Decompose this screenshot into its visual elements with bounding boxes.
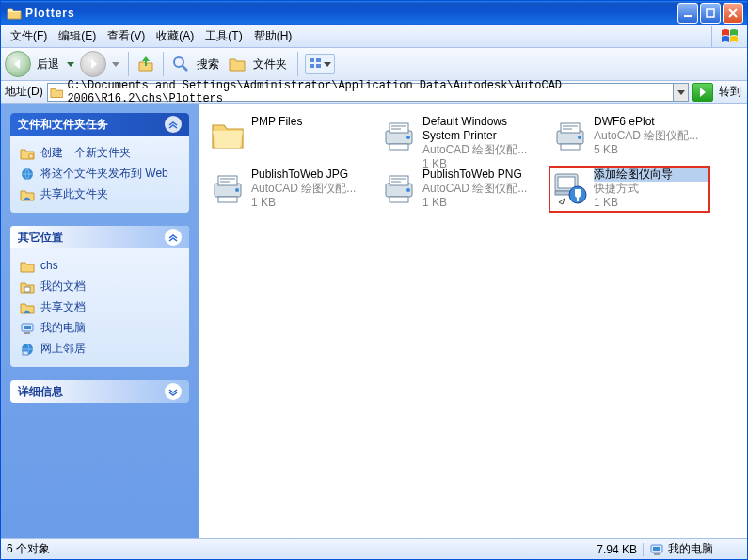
status-size: 7.94 KB [549,543,644,556]
address-input[interactable]: C:\Documents and Settings\Administrator\… [47,83,674,102]
svg-rect-11 [24,326,31,329]
svg-rect-1 [707,9,714,17]
place-label: 共享文档 [40,300,86,315]
computer-icon [20,321,35,336]
place-shared-documents[interactable]: 共享文档 [20,297,180,318]
file-size: 1 KB [422,196,537,210]
file-item[interactable]: Default Windows System PrinterAutoCAD 绘图… [377,113,539,160]
menu-tools[interactable]: 工具(T) [199,26,247,46]
back-dropdown[interactable] [65,55,76,73]
file-meta: AutoCAD 绘图仪配... [594,129,708,143]
svg-rect-9 [24,287,30,292]
explorer-body: 文件和文件夹任务 创建一个新文件夹 将这个文件夹发布到 Web 共享此文件夹 [1,104,747,538]
globe-icon [20,167,35,182]
panel-title: 其它位置 [18,230,63,246]
go-label[interactable]: 转到 [719,84,741,100]
menu-favorites[interactable]: 收藏(A) [151,26,199,46]
svg-rect-21 [561,144,580,150]
panel-title: 详细信息 [18,384,63,400]
file-item[interactable]: DWF6 ePlotAutoCAD 绘图仪配...5 KB [549,113,710,160]
svg-rect-28 [390,176,408,185]
svg-rect-20 [561,123,580,133]
place-my-documents[interactable]: 我的文档 [20,277,180,297]
windows-logo-icon [711,26,747,47]
task-share-folder[interactable]: 共享此文件夹 [20,184,180,205]
folders-icon[interactable] [227,54,247,74]
svg-rect-3 [310,58,314,62]
maximize-button[interactable] [700,3,721,24]
menu-edit[interactable]: 编辑(E) [53,26,102,46]
svg-rect-5 [316,58,321,62]
svg-rect-24 [218,176,237,185]
up-button[interactable] [135,54,156,74]
folder-icon [7,6,22,21]
details-panel-header[interactable]: 详细信息 [10,380,189,403]
place-label: 网上邻居 [40,342,86,357]
plotter-icon [379,115,419,154]
views-button[interactable] [305,54,335,74]
go-button[interactable] [692,83,713,102]
folders-label[interactable]: 文件夹 [253,56,287,72]
plotter-icon [379,168,419,207]
menubar: 文件(F) 编辑(E) 查看(V) 收藏(A) 工具(T) 帮助(H) [1,25,747,48]
places-panel: 其它位置 chs 我的文档 共享文档 [10,226,189,367]
address-label: 地址(D) [5,84,43,100]
address-dropdown[interactable] [674,83,689,102]
file-item[interactable]: PMP Files [206,113,368,160]
forward-dropdown[interactable] [110,55,121,73]
tasks-panel-header[interactable]: 文件和文件夹任务 [10,113,189,136]
toolbar: 后退 搜索 文件夹 [1,48,747,81]
plotter-icon [550,115,590,154]
places-panel-header[interactable]: 其它位置 [10,226,189,248]
tasks-panel: 文件和文件夹任务 创建一个新文件夹 将这个文件夹发布到 Web 共享此文件夹 [10,113,189,213]
place-label: 我的文档 [40,280,86,295]
svg-rect-32 [558,177,575,188]
menu-help[interactable]: 帮助(H) [248,26,298,46]
file-name: PMP Files [251,115,366,129]
chevron-down-icon [165,383,182,400]
file-size: 1 KB [251,196,366,210]
chevron-up-icon [165,229,182,246]
svg-rect-29 [390,197,408,202]
file-meta: AutoCAD 绘图仪配... [422,143,537,157]
folder-icon [20,259,35,274]
task-label: 将这个文件夹发布到 Web [40,167,168,182]
status-objects: 6 个对象 [1,541,549,557]
window-title: Plotters [25,7,75,20]
documents-icon [20,280,35,295]
back-label[interactable]: 后退 [37,56,59,72]
place-my-computer[interactable]: 我的电脑 [20,318,180,339]
svg-rect-4 [310,64,314,68]
back-button[interactable] [5,51,31,77]
file-item[interactable]: PublishToWeb JPGAutoCAD 绘图仪配...1 KB [206,166,368,213]
place-chs[interactable]: chs [20,256,180,277]
status-location: 我的电脑 [644,541,747,557]
file-size: 1 KB [594,196,708,210]
minimize-button[interactable] [677,3,698,24]
task-new-folder[interactable]: 创建一个新文件夹 [20,143,180,164]
file-list[interactable]: PMP FilesDefault Windows System PrinterA… [199,104,747,538]
search-icon[interactable] [170,54,191,74]
statusbar: 6 个对象 7.94 KB 我的电脑 [1,538,747,559]
menu-file[interactable]: 文件(F) [5,26,53,46]
file-meta: AutoCAD 绘图仪配... [251,182,366,196]
file-meta: AutoCAD 绘图仪配... [422,182,537,196]
file-name: DWF6 ePlot [594,115,708,129]
svg-point-22 [578,136,581,139]
forward-button[interactable] [80,51,106,77]
svg-point-18 [406,136,410,139]
place-network[interactable]: 网上邻居 [20,339,180,360]
svg-rect-17 [390,144,408,150]
close-button[interactable] [723,3,743,24]
svg-rect-6 [316,64,321,68]
file-item[interactable]: PublishToWeb PNGAutoCAD 绘图仪配...1 KB [377,166,539,213]
search-label[interactable]: 搜索 [197,56,219,72]
folder-icon [208,115,247,154]
network-icon [20,342,35,357]
menu-view[interactable]: 查看(V) [102,26,151,46]
task-publish-web[interactable]: 将这个文件夹发布到 Web [20,164,180,184]
file-item[interactable]: 添加绘图仪向导快捷方式1 KB [549,166,710,213]
task-label: 创建一个新文件夹 [40,146,131,161]
new-folder-icon [20,146,35,161]
place-label: 我的电脑 [40,321,86,336]
